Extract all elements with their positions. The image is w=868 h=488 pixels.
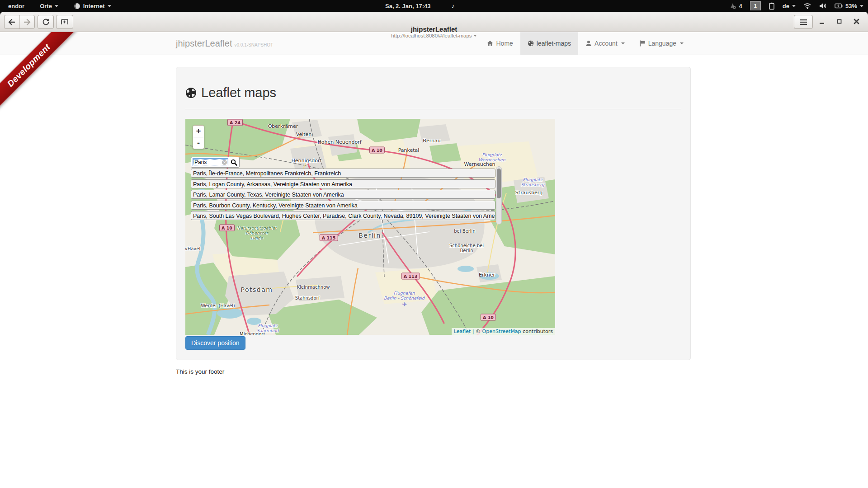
map-attribution: Leaflet | © OpenStreetMap contributors	[452, 328, 555, 335]
navigation-arrow-icon	[729, 2, 736, 9]
clipboard-icon[interactable]	[769, 2, 775, 10]
keyboard-layout-menu[interactable]: de	[783, 3, 796, 9]
workspace-number: 1	[754, 3, 757, 9]
nav-item-home[interactable]: Home	[480, 32, 520, 55]
heading-divider	[185, 109, 681, 109]
chevron-down-icon	[680, 42, 684, 44]
home-icon	[487, 40, 493, 47]
leaflet-link[interactable]: Leaflet	[454, 328, 471, 334]
reload-button[interactable]	[38, 15, 54, 29]
brand-version: v0.0.1-SNAPSHOT	[235, 42, 274, 47]
webpage: jhipsterLeaflet v0.0.1-SNAPSHOT Home lea…	[0, 32, 868, 488]
nav-label: Language	[648, 40, 676, 47]
search-result-item[interactable]: Paris, South Las Vegas Boulevard, Hughes…	[191, 211, 495, 220]
workspace-indicator[interactable]: 1	[750, 1, 761, 10]
results-scrollbar[interactable]	[496, 166, 502, 225]
close-button[interactable]	[854, 15, 859, 28]
zoom-control: + -	[193, 125, 204, 149]
places-menu[interactable]: Orte	[40, 3, 58, 9]
minimize-button[interactable]	[819, 15, 825, 28]
nav-label: Account	[594, 40, 618, 47]
browser-toolbar: jhipsterLeaflet http://localhost:8080/#/…	[0, 12, 868, 32]
globe-icon	[185, 87, 197, 99]
attribution-sep: | ©	[471, 328, 482, 334]
search-result-item[interactable]: Paris, Bourbon County, Kentucky, Vereini…	[191, 201, 495, 210]
discover-position-button[interactable]: Discover position	[185, 336, 245, 350]
app-menu-internet[interactable]: Internet	[74, 3, 111, 9]
chevron-down-icon	[55, 5, 58, 7]
site-navbar: jhipsterLeaflet v0.0.1-SNAPSHOT Home lea…	[0, 32, 868, 55]
chevron-down-icon	[621, 42, 625, 44]
attribution-suffix: contributors	[521, 328, 553, 334]
nav-label: Home	[496, 40, 513, 47]
new-tab-button[interactable]	[56, 15, 73, 29]
activities-button[interactable]: endor	[8, 3, 24, 9]
page-title: Leaflet maps	[201, 84, 276, 101]
content-card: Leaflet maps	[176, 67, 691, 360]
clock-menu[interactable]: Sa, 2. Jan, 17:43	[385, 3, 430, 9]
clear-search-icon[interactable]: ✕	[222, 160, 227, 165]
desktop: endor Orte Internet Sa, 2. Jan, 17:43 ♪	[0, 0, 868, 488]
geosearch-control: ✕	[191, 157, 240, 168]
battery-menu[interactable]: 53%	[835, 3, 863, 9]
nav-label: leaflet-maps	[537, 40, 571, 47]
search-result-item[interactable]: Paris, Lamar County, Texas, Vereinigte S…	[191, 190, 495, 199]
battery-icon	[835, 3, 843, 9]
nav-item-leaflet-maps[interactable]: leaflet-maps	[520, 32, 578, 55]
maximize-button[interactable]	[837, 15, 842, 28]
scrollbar-thumb[interactable]	[497, 169, 501, 198]
media-note-icon[interactable]: ♪	[451, 2, 454, 9]
chevron-down-icon	[108, 5, 111, 7]
gnome-top-bar: endor Orte Internet Sa, 2. Jan, 17:43 ♪	[0, 0, 868, 12]
chevron-down-icon	[792, 5, 796, 7]
places-label: Orte	[40, 3, 52, 9]
search-results: Paris, Île-de-France, Metropolitanes Fra…	[191, 169, 495, 222]
indicator-count: 4	[739, 3, 742, 9]
app-menu-label: Internet	[83, 3, 105, 9]
volume-icon[interactable]	[819, 3, 827, 9]
flag-icon	[639, 40, 646, 47]
map-canvas	[185, 119, 555, 335]
browser-app-icon	[74, 3, 80, 9]
page-footer: This is your footer	[176, 368, 224, 375]
globe-icon	[528, 40, 534, 47]
search-result-item[interactable]: Paris, Île-de-France, Metropolitanes Fra…	[191, 169, 495, 178]
search-result-item[interactable]: Paris, Logan County, Arkansas, Vereinigt…	[191, 179, 495, 188]
history-button-group	[4, 15, 35, 29]
nav-item-account[interactable]: Account	[578, 32, 632, 55]
leaflet-map[interactable]: OberkrämerVeltenHohen NeuendorfBernauPan…	[185, 119, 555, 335]
osm-link[interactable]: OpenStreetMap	[482, 328, 521, 334]
nav-item-language[interactable]: Language	[632, 32, 691, 55]
zoom-in-button[interactable]: +	[193, 126, 204, 137]
wifi-icon[interactable]	[803, 3, 811, 9]
menu-button[interactable]	[794, 15, 813, 29]
search-icon[interactable]	[230, 158, 238, 166]
clock-label: Sa, 2. Jan, 17:43	[385, 3, 430, 9]
zoom-out-button[interactable]: -	[193, 137, 204, 149]
back-button[interactable]	[5, 15, 19, 28]
user-icon	[585, 40, 592, 47]
forward-button[interactable]	[19, 15, 35, 28]
battery-percent: 53%	[845, 3, 857, 9]
chevron-down-icon	[860, 5, 863, 7]
window-title: jhipsterLeaflet	[0, 25, 868, 33]
navbar-items: Home leaflet-maps Account Language	[480, 32, 691, 55]
location-indicator[interactable]: 4	[729, 2, 742, 9]
brand[interactable]: jhipsterLeaflet v0.0.1-SNAPSHOT	[176, 32, 273, 55]
hostname-label: endor	[8, 3, 24, 9]
brand-name: jhipsterLeaflet	[176, 38, 232, 49]
keyboard-layout-label: de	[783, 3, 789, 9]
